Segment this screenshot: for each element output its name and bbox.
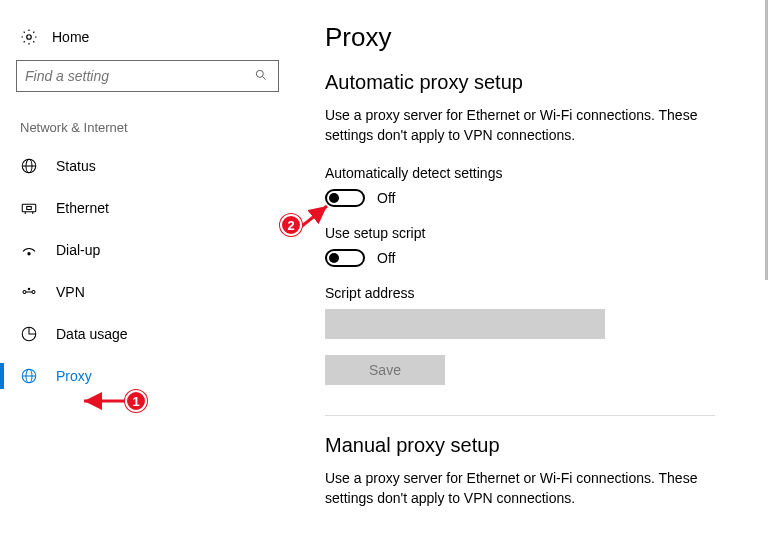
sidebar-item-label: Dial-up: [56, 242, 100, 258]
auto-desc: Use a proxy server for Ethernet or Wi-Fi…: [325, 106, 715, 145]
sidebar-item-vpn[interactable]: VPN: [0, 271, 279, 313]
sidebar-item-label: Ethernet: [56, 200, 109, 216]
divider: [325, 415, 715, 416]
manual-heading: Manual proxy setup: [325, 434, 748, 457]
auto-detect-toggle[interactable]: [325, 189, 365, 207]
gear-icon: [20, 28, 38, 46]
sidebar-item-ethernet[interactable]: Ethernet: [0, 187, 279, 229]
auto-detect-state: Off: [377, 190, 395, 206]
svg-point-0: [27, 35, 32, 40]
setup-script-toggle[interactable]: [325, 249, 365, 267]
sidebar-item-proxy[interactable]: Proxy: [0, 355, 279, 397]
section-header: Network & Internet: [16, 120, 279, 145]
globe-icon: [20, 367, 38, 385]
save-button[interactable]: Save: [325, 355, 445, 385]
vpn-icon: [20, 283, 38, 301]
sidebar-item-dialup[interactable]: Dial-up: [0, 229, 279, 271]
sidebar-item-status[interactable]: Status: [0, 145, 279, 187]
content-pane: Proxy Automatic proxy setup Use a proxy …: [295, 0, 768, 541]
auto-heading: Automatic proxy setup: [325, 71, 748, 94]
sidebar-item-label: Data usage: [56, 326, 128, 342]
sidebar-item-label: Status: [56, 158, 96, 174]
setup-script-label: Use setup script: [325, 225, 748, 241]
manual-desc: Use a proxy server for Ethernet or Wi-Fi…: [325, 469, 715, 508]
svg-line-2: [262, 76, 265, 79]
status-icon: [20, 157, 38, 175]
svg-rect-6: [22, 204, 36, 212]
script-address-input[interactable]: [325, 309, 605, 339]
svg-point-11: [23, 291, 26, 294]
search-box[interactable]: [16, 60, 279, 92]
setup-script-state: Off: [377, 250, 395, 266]
sidebar-item-label: VPN: [56, 284, 85, 300]
home-nav[interactable]: Home: [16, 22, 279, 60]
svg-rect-9: [27, 207, 32, 210]
home-label: Home: [52, 29, 89, 45]
ethernet-icon: [20, 199, 38, 217]
page-title: Proxy: [325, 22, 748, 53]
svg-point-14: [28, 288, 30, 290]
search-icon: [254, 68, 270, 84]
svg-point-10: [28, 253, 30, 255]
svg-point-12: [32, 291, 35, 294]
data-usage-icon: [20, 325, 38, 343]
script-address-label: Script address: [325, 285, 748, 301]
auto-detect-label: Automatically detect settings: [325, 165, 748, 181]
dialup-icon: [20, 241, 38, 259]
settings-sidebar: Home Network & Internet Status: [0, 0, 295, 541]
svg-point-1: [256, 70, 263, 77]
sidebar-item-data-usage[interactable]: Data usage: [0, 313, 279, 355]
search-input[interactable]: [25, 68, 254, 84]
sidebar-item-label: Proxy: [56, 368, 92, 384]
